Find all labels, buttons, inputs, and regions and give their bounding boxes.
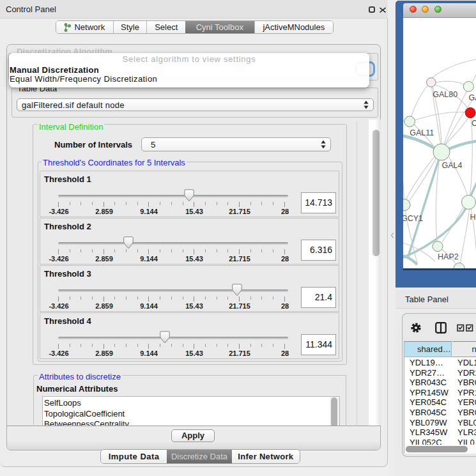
svg-text:GAL4: GAL4 <box>442 161 463 170</box>
svg-text:GA: GA <box>469 93 476 102</box>
svg-text:HAP2: HAP2 <box>438 252 459 261</box>
svg-text:H: H <box>470 213 476 222</box>
svg-text:GCY1: GCY1 <box>403 214 423 223</box>
svg-text:GAL80: GAL80 <box>433 90 457 99</box>
svg-text:C: C <box>472 119 476 128</box>
svg-text:GAL11: GAL11 <box>410 128 434 137</box>
